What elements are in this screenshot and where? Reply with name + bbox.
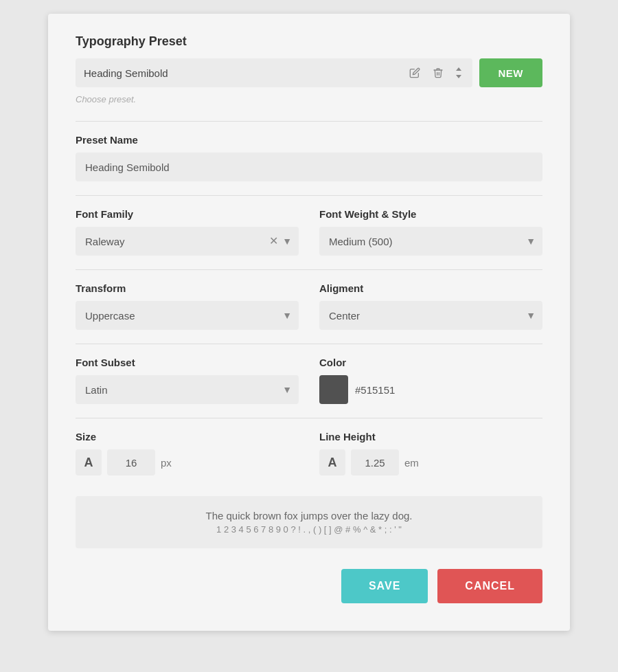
transform-label: Transform	[76, 282, 299, 294]
font-family-select-wrapper: Raleway Arial Georgia Helvetica Times Ne…	[76, 227, 299, 256]
preset-row: NEW	[76, 58, 542, 87]
font-family-field: Font Family Raleway Arial Georgia Helvet…	[76, 208, 299, 256]
divider-4	[76, 344, 542, 344]
size-label: Size	[76, 431, 299, 443]
line-height-field-group: Line Height A em	[319, 431, 542, 475]
font-weight-select[interactable]: Thin (100) Light (300) Regular (400) Med…	[319, 227, 542, 256]
line-height-a-button[interactable]: A	[319, 449, 345, 475]
preset-icons	[407, 66, 464, 80]
color-swatch-button[interactable]	[319, 375, 348, 404]
size-input[interactable]	[107, 449, 155, 475]
color-row: #515151	[319, 375, 542, 404]
button-row: SAVE CANCEL	[76, 569, 542, 603]
preset-name-label: Preset Name	[76, 134, 542, 146]
size-field-group: Size A px	[76, 431, 299, 475]
preview-main-text: The quick brown fox jumps over the lazy …	[89, 510, 529, 522]
choose-preset-hint: Choose preset.	[76, 94, 542, 104]
font-subset-field: Font Subset Latin Latin Extended Cyrilli…	[76, 357, 299, 404]
save-button[interactable]: SAVE	[341, 569, 428, 603]
size-a-button[interactable]: A	[76, 449, 102, 475]
font-family-clear-button[interactable]: ✕	[269, 236, 278, 247]
font-weight-field: Font Weight & Style Thin (100) Light (30…	[319, 208, 542, 256]
font-subset-select-wrapper: Latin Latin Extended Cyrillic Greek ▼	[76, 375, 299, 404]
preset-name-field: Preset Name	[76, 134, 542, 181]
preview-box: The quick brown fox jumps over the lazy …	[76, 496, 542, 548]
divider-3	[76, 269, 542, 270]
divider-2	[76, 195, 542, 196]
subset-color-row: Font Subset Latin Latin Extended Cyrilli…	[76, 357, 542, 404]
color-hex-value: #515151	[355, 384, 395, 396]
delete-preset-button[interactable]	[430, 66, 446, 80]
color-field: Color #515151	[319, 357, 542, 404]
size-control: A px	[76, 449, 299, 475]
preset-selector	[76, 58, 472, 87]
color-label: Color	[319, 357, 542, 368]
dialog-title: Typography Preset	[76, 34, 542, 49]
sort-preset-button[interactable]	[453, 66, 464, 80]
alignment-label: Aligment	[319, 282, 542, 294]
font-subset-label: Font Subset	[76, 357, 299, 368]
alignment-select-wrapper: Left Center Right Justify ▼	[319, 301, 542, 330]
divider-1	[76, 121, 542, 122]
font-weight-select-wrapper: Thin (100) Light (300) Regular (400) Med…	[319, 227, 542, 256]
line-height-unit-label: em	[404, 457, 419, 469]
preview-chars-text: 1 2 3 4 5 6 7 8 9 0 ? ! . , ( ) [ ] @ # …	[89, 524, 529, 535]
font-weight-label: Font Weight & Style	[319, 208, 542, 220]
preset-name-input[interactable]	[76, 153, 542, 181]
font-row: Font Family Raleway Arial Georgia Helvet…	[76, 208, 542, 256]
line-height-input[interactable]	[351, 449, 399, 475]
line-height-label: Line Height	[319, 431, 542, 443]
preset-input[interactable]	[84, 67, 407, 79]
size-unit-label: px	[161, 457, 172, 469]
typography-preset-dialog: Typography Preset	[48, 14, 570, 631]
edit-preset-button[interactable]	[407, 66, 423, 80]
line-height-control: A em	[319, 449, 542, 475]
new-preset-button[interactable]: NEW	[479, 58, 543, 87]
transform-select-wrapper: None Uppercase Lowercase Capitalize ▼	[76, 301, 299, 330]
transform-field: Transform None Uppercase Lowercase Capit…	[76, 282, 299, 330]
divider-5	[76, 418, 542, 418]
font-family-select[interactable]: Raleway Arial Georgia Helvetica Times Ne…	[76, 227, 299, 256]
font-family-label: Font Family	[76, 208, 299, 220]
transform-alignment-row: Transform None Uppercase Lowercase Capit…	[76, 282, 542, 330]
font-subset-select[interactable]: Latin Latin Extended Cyrillic Greek	[76, 375, 299, 404]
size-lineheight-row: Size A px Line Height A em	[76, 431, 542, 475]
alignment-field: Aligment Left Center Right Justify ▼	[319, 282, 542, 330]
transform-select[interactable]: None Uppercase Lowercase Capitalize	[76, 301, 299, 330]
alignment-select[interactable]: Left Center Right Justify	[319, 301, 542, 330]
cancel-button[interactable]: CANCEL	[437, 569, 542, 603]
